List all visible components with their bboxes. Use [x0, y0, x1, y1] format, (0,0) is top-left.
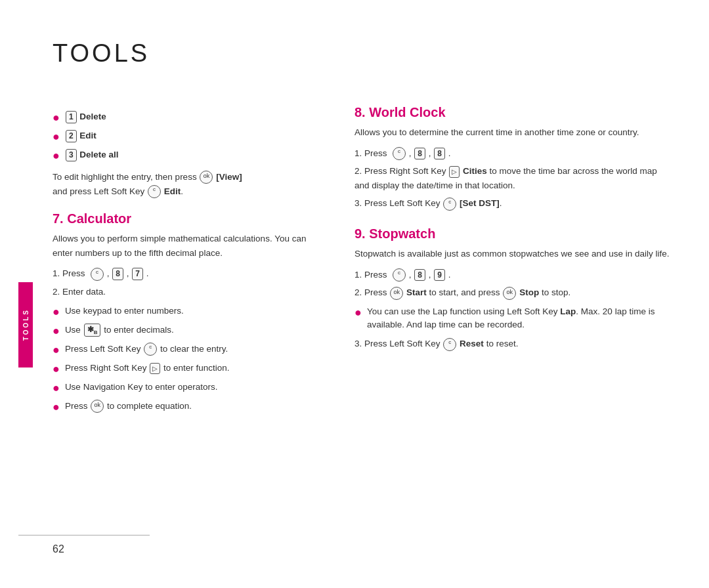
key-8b-s8: 8: [434, 148, 445, 160]
bullet-decimals: Use ✱B to enter decimals.: [65, 324, 174, 337]
edit-note: To edit highlight the entry, then press …: [53, 170, 328, 198]
key-c: c: [91, 268, 104, 281]
list-item: ● Press Right Soft Key ▷ to enter functi…: [53, 362, 328, 378]
bullet-clear: Press Left Soft Key c to clear the entry…: [65, 343, 228, 356]
top-bullets-section: ● 1 Delete ● 2 Edit ● 3 Delete all: [53, 110, 328, 198]
left-soft-key: c: [144, 343, 157, 356]
section7-step1: 1. Press c , 8 , 7 .: [53, 266, 328, 281]
bullet-icon: ●: [53, 109, 60, 127]
key-9-s9: 9: [434, 269, 445, 282]
bullet-icon: ●: [53, 398, 60, 416]
bullet-icon: ●: [53, 360, 60, 378]
left-soft-key-s9: c: [443, 338, 456, 351]
section8-intro: Allows you to determine the current time…: [354, 125, 670, 140]
ok-key2: ok: [91, 400, 104, 413]
ok-key-s9b: ok: [503, 287, 516, 300]
ok-key-s9a: ok: [390, 287, 403, 300]
bullet-numbers: Use keypad to enter numbers.: [65, 304, 184, 318]
page-title: TOOLS: [53, 39, 150, 68]
section7-bullet-list: ● Use keypad to enter numbers. ● Use ✱B …: [53, 304, 328, 416]
section8-heading: 8. World Clock: [354, 105, 670, 120]
bullet-complete: Press ok to complete equation.: [65, 400, 192, 413]
right-column: 8. World Clock Allows you to determine t…: [354, 105, 670, 355]
key-option-delete-all: 3 Delete all: [65, 148, 119, 161]
list-item: ● 2 Edit: [53, 129, 328, 146]
section9-step2: 2. Press ok Start to start, and press ok…: [354, 285, 670, 300]
section8-step1: 1. Press c , 8 , 8 .: [354, 146, 670, 161]
bullet-function: Press Right Soft Key ▷ to enter function…: [65, 362, 230, 375]
section9-intro: Stopwatch is available just as common st…: [354, 247, 670, 261]
sidebar-tab-label: TOOLS: [22, 308, 30, 341]
bullet-icon: ●: [53, 303, 60, 321]
edit-label: Edit: [79, 131, 97, 140]
key-star: ✱B: [84, 324, 101, 337]
left-soft-key-s8: c: [443, 198, 456, 211]
bullet-icon: ●: [53, 341, 60, 359]
section8-step3: 3. Press Left Soft Key c [Set DST].: [354, 196, 670, 211]
bullet-lap: You can use the Lap function using Left …: [367, 305, 670, 332]
section9-step1: 1. Press c , 8 , 9 .: [354, 268, 670, 282]
right-soft-key: ▷: [150, 363, 160, 374]
left-column: ● 1 Delete ● 2 Edit ● 3 Delete all: [53, 105, 328, 421]
bullet-icon: ●: [53, 322, 60, 340]
bullet-icon: ●: [53, 147, 60, 165]
section9-heading: 9. Stopwatch: [354, 226, 670, 242]
delete-label: Delete: [79, 112, 106, 121]
section8-step2: 2. Press Right Soft Key ▷ Cities to move…: [354, 164, 670, 192]
section7-heading: 7. Calculator: [53, 211, 328, 226]
section9-bullet-list: ● You can use the Lap function using Lef…: [354, 305, 670, 332]
section7-step2: 2. Enter data.: [53, 285, 328, 299]
key-7: 7: [132, 268, 143, 280]
list-item: ● 1 Delete: [53, 110, 328, 127]
sidebar-tab: TOOLS: [18, 282, 33, 368]
list-item: ● Press ok to complete equation.: [53, 400, 328, 416]
bullet-icon: ●: [53, 128, 60, 146]
right-soft-key-s8: ▷: [449, 166, 460, 178]
key-option-edit: 2 Edit: [65, 129, 97, 142]
key-2: 2: [66, 130, 77, 142]
key-c-s9: c: [393, 268, 406, 282]
key-3: 3: [66, 149, 77, 161]
key-c-s8: c: [393, 147, 406, 160]
list-item: ● Use ✱B to enter decimals.: [53, 324, 328, 340]
list-item: ● Use keypad to enter numbers.: [53, 304, 328, 321]
ok-key: ok: [200, 171, 213, 184]
list-item: ● Press Left Soft Key c to clear the ent…: [53, 343, 328, 359]
list-item: ● Use Navigation Key to enter operators.: [53, 381, 328, 397]
key-8-s9: 8: [414, 269, 425, 282]
delete-all-label: Delete all: [79, 150, 118, 159]
bullet-icon: ●: [53, 379, 60, 397]
key-1: 1: [66, 111, 77, 123]
bullet-icon: ●: [354, 304, 362, 322]
key-options-list: ● 1 Delete ● 2 Edit ● 3 Delete all: [53, 110, 328, 165]
section9-step3: 3. Press Left Soft Key c Reset to reset.: [354, 337, 670, 351]
section7-intro: Allows you to perform simple mathematica…: [53, 232, 328, 260]
key-8: 8: [112, 268, 123, 280]
list-item: ● You can use the Lap function using Lef…: [354, 305, 670, 332]
bullet-operators: Use Navigation Key to enter operators.: [65, 381, 218, 394]
list-item: ● 3 Delete all: [53, 148, 328, 165]
key-option-delete: 1 Delete: [65, 110, 106, 123]
page-number: 62: [53, 543, 64, 555]
bottom-divider: [18, 535, 150, 536]
left-soft-key-small: c: [148, 185, 161, 198]
key-8-s8: 8: [414, 148, 425, 160]
